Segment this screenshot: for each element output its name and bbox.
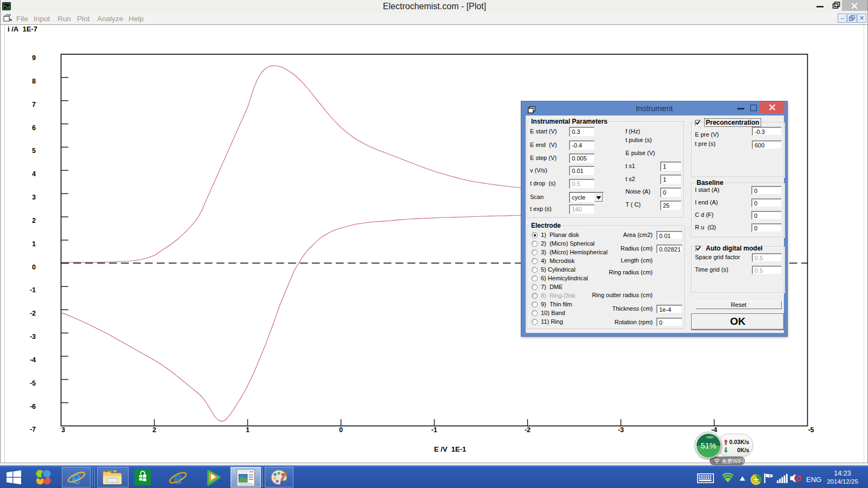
svg-text:-3: -3 <box>30 333 36 341</box>
svg-text:0: 0 <box>32 264 36 271</box>
svg-text:e: e <box>72 468 81 488</box>
svg-text:9: 9 <box>32 54 36 62</box>
svg-text:8: 8 <box>32 78 36 85</box>
svg-text:4: 4 <box>32 170 36 178</box>
svg-text:-4: -4 <box>30 356 36 364</box>
svg-text:6: 6 <box>32 124 36 132</box>
svg-text:3: 3 <box>61 426 65 434</box>
svg-text:-2: -2 <box>525 426 531 434</box>
svg-text:e: e <box>173 469 182 488</box>
svg-text:E /V 1E-1: E /V 1E-1 <box>434 445 466 453</box>
svg-text:-1: -1 <box>431 426 437 434</box>
svg-text:-1: -1 <box>30 286 36 294</box>
svg-text:2: 2 <box>32 217 36 224</box>
svg-text:i /A 1E-7: i /A 1E-7 <box>8 25 37 33</box>
svg-text:-2: -2 <box>30 310 36 317</box>
svg-text:-3: -3 <box>618 426 624 434</box>
svg-text:5: 5 <box>32 147 36 155</box>
svg-text:1: 1 <box>32 240 36 248</box>
svg-text:7: 7 <box>32 101 36 108</box>
svg-text:-5: -5 <box>808 426 814 434</box>
svg-text:0: 0 <box>339 426 343 434</box>
svg-text:-5: -5 <box>30 380 36 387</box>
svg-text:2: 2 <box>152 426 156 434</box>
svg-text:-7: -7 <box>30 426 36 433</box>
svg-text:1: 1 <box>246 426 250 434</box>
svg-text:3: 3 <box>32 194 36 201</box>
svg-text:-6: -6 <box>30 403 36 410</box>
